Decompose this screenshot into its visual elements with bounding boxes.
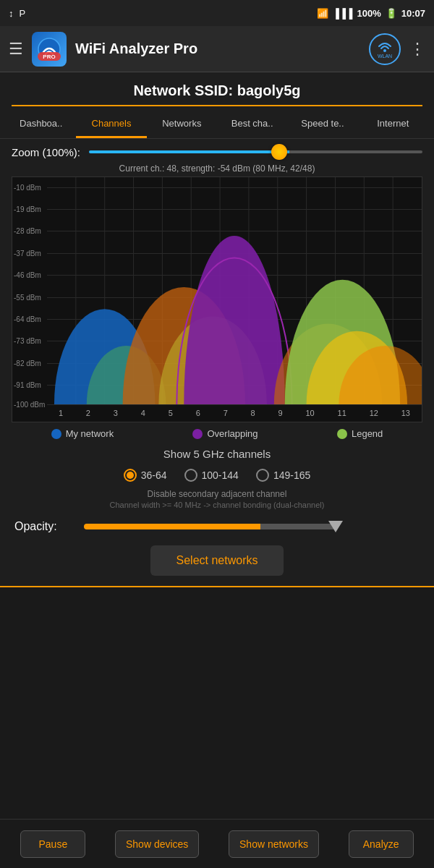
x-axis: 1 2 3 4 5 6 7 8 9 10 11 12 13 xyxy=(47,404,422,422)
x-label-8: 8 xyxy=(251,409,255,417)
grid-label-4: -37 dBm xyxy=(14,249,41,257)
radio-149-165[interactable]: 149-165 xyxy=(256,469,310,482)
channel-width-note: Channel width >= 40 MHz -> channel bondi… xyxy=(0,501,434,515)
more-options-icon[interactable]: ⋮ xyxy=(409,40,425,59)
p-icon: P xyxy=(20,8,26,19)
opacity-track xyxy=(84,524,336,529)
x-label-13: 13 xyxy=(401,409,410,417)
pause-button[interactable]: Pause xyxy=(20,830,85,858)
tab-best-channel[interactable]: Best cha.. xyxy=(217,111,287,138)
grid-label-11: -100 dBm xyxy=(14,401,45,409)
grid-label-9: -82 dBm xyxy=(14,359,41,367)
status-right: 📶 ▐▐▐ 100% 🔋 10:07 xyxy=(317,8,425,19)
x-label-10: 10 xyxy=(305,409,314,417)
wifi-icon: 📶 xyxy=(317,8,328,19)
opacity-label: Opacity: xyxy=(14,520,72,533)
x-label-9: 9 xyxy=(278,409,283,417)
my-network-dot xyxy=(51,429,61,439)
grid-label-5: -46 dBm xyxy=(14,271,41,279)
opacity-row: Opacity: xyxy=(0,515,434,541)
frequency-radio-group: 36-64 100-144 149-165 xyxy=(0,466,434,485)
tab-speed-test[interactable]: Speed te.. xyxy=(287,111,357,138)
show-networks-button[interactable]: Show networks xyxy=(229,830,319,858)
analyze-button[interactable]: Analyze xyxy=(349,830,414,858)
overlapping-dot xyxy=(192,429,203,439)
radio-circle-36-64 xyxy=(124,469,137,482)
zoom-thumb xyxy=(271,144,287,160)
grid-label-3: -28 dBm xyxy=(14,227,41,235)
svg-point-4 xyxy=(383,49,386,52)
radio-100-144[interactable]: 100-144 xyxy=(184,469,239,482)
signal-icon: ▐▐▐ xyxy=(333,8,353,19)
svg-point-21 xyxy=(184,236,284,404)
x-label-2: 2 xyxy=(86,409,90,417)
my-network-label: My network xyxy=(66,428,114,439)
tab-channels[interactable]: Channels xyxy=(76,111,146,138)
wlan-label: WLAN xyxy=(378,54,392,59)
x-label-5: 5 xyxy=(169,409,173,417)
opacity-slider[interactable] xyxy=(84,519,420,534)
radio-inner-36-64 xyxy=(127,472,134,479)
channel-chart: -10 dBm -19 dBm -28 dBm -37 dBm -46 dBm … xyxy=(12,176,422,422)
clock: 10:07 xyxy=(401,8,425,19)
tab-networks[interactable]: Networks xyxy=(147,111,217,138)
legend-overlapping: Overlapping xyxy=(192,428,258,439)
status-bar: ↕ P 📶 ▐▐▐ 100% 🔋 10:07 xyxy=(0,0,434,26)
radio-circle-149-165 xyxy=(256,469,269,482)
grid-label-2: -19 dBm xyxy=(14,205,41,213)
app-icon: PRO xyxy=(32,32,67,67)
hamburger-menu[interactable]: ☰ xyxy=(9,40,23,59)
grid-label-1: -10 dBm xyxy=(14,183,41,191)
grid-label-7: -64 dBm xyxy=(14,315,41,323)
wlan-button[interactable]: WLAN xyxy=(369,33,401,65)
disable-secondary-text: Disable secondary adjacent channel xyxy=(0,485,434,501)
chart-svg xyxy=(47,177,422,404)
zoom-row: Zoom (100%): xyxy=(0,139,434,162)
x-label-12: 12 xyxy=(370,409,378,417)
legend-row: My network Overlapping Legend xyxy=(0,422,434,445)
radio-label-149-165: 149-165 xyxy=(273,469,310,481)
overlapping-label: Overlapping xyxy=(207,428,258,439)
radio-label-36-64: 36-64 xyxy=(141,469,167,481)
grid-label-6: -55 dBm xyxy=(14,293,41,301)
grid-label-8: -73 dBm xyxy=(14,337,41,345)
x-label-11: 11 xyxy=(338,409,346,417)
zoom-label: Zoom (100%): xyxy=(12,146,80,158)
bottom-bar: Pause Show devices Show networks Analyze xyxy=(0,819,434,868)
select-networks-button[interactable]: Select networks xyxy=(150,545,284,576)
ghz-section-title: Show 5 GHz channels xyxy=(0,445,434,466)
main-content: Zoom (100%): Current ch.: 48, strength: … xyxy=(0,139,434,586)
tab-internet[interactable]: Internet xyxy=(358,111,428,138)
transfer-icon: ↕ xyxy=(9,8,14,19)
grid-label-10: -91 dBm xyxy=(14,381,41,389)
battery-icon: 🔋 xyxy=(386,8,397,19)
legend-my-network: My network xyxy=(51,428,114,439)
channel-info: Current ch.: 48, strength: -54 dBm (80 M… xyxy=(0,162,434,176)
zoom-slider[interactable] xyxy=(89,145,422,159)
radio-36-64[interactable]: 36-64 xyxy=(124,469,167,482)
tab-dashboard[interactable]: Dashboa.. xyxy=(6,111,76,138)
radio-circle-100-144 xyxy=(184,469,197,482)
battery-percent: 100% xyxy=(357,8,381,19)
zoom-track xyxy=(89,150,422,153)
bottom-divider xyxy=(0,586,434,587)
legend-label: Legend xyxy=(352,428,383,439)
select-networks-container: Select networks xyxy=(0,541,434,586)
svg-text:PRO: PRO xyxy=(43,54,55,60)
status-left-icons: ↕ P xyxy=(9,8,25,19)
network-ssid-title: Network SSID: bagoly5g xyxy=(0,82,434,99)
legend-dot xyxy=(337,429,347,439)
top-bar: ☰ PRO WiFi Analyzer Pro WLAN ⋮ xyxy=(0,26,434,72)
title-underline xyxy=(12,105,422,106)
opacity-thumb xyxy=(328,521,343,532)
show-devices-button[interactable]: Show devices xyxy=(115,830,199,858)
tab-bar: Dashboa.. Channels Networks Best cha.. S… xyxy=(0,111,434,139)
x-label-4: 4 xyxy=(141,409,145,417)
x-label-6: 6 xyxy=(196,409,200,417)
x-label-7: 7 xyxy=(224,409,228,417)
x-label-3: 3 xyxy=(114,409,118,417)
legend-legend: Legend xyxy=(337,428,383,439)
x-label-1: 1 xyxy=(59,409,63,417)
network-title-section: Network SSID: bagoly5g xyxy=(0,72,434,111)
app-title: WiFi Analyzer Pro xyxy=(75,41,360,57)
